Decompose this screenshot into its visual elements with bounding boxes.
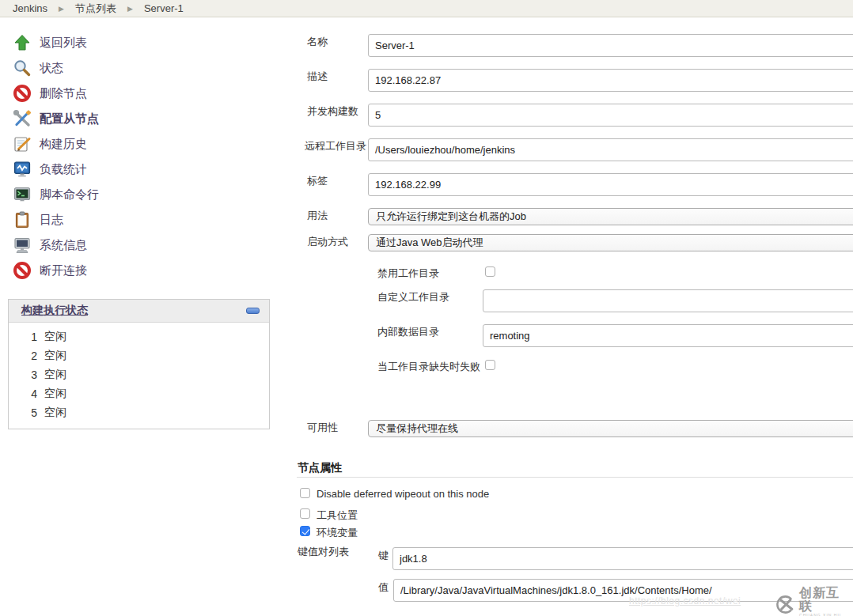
disable-deferred-wipeout-label: Disable deferred wipeout on this node: [317, 488, 489, 500]
breadcrumb-node-list[interactable]: 节点列表: [75, 2, 116, 16]
executor-number: 5: [28, 406, 37, 419]
internal-data-dir-input[interactable]: [483, 324, 853, 347]
sidebar-item-load-statistics[interactable]: 负载统计: [6, 157, 267, 182]
brand-name: 创新互联: [799, 586, 853, 613]
csdn-url-watermark: https://blog.csdn.net/wei: [629, 595, 741, 607]
clipboard-icon: [13, 210, 32, 229]
labels-input[interactable]: [368, 173, 853, 196]
disable-workdir-checkbox[interactable]: [485, 266, 495, 277]
executor-row: 1 空闲: [9, 327, 269, 346]
no-entry-icon: [13, 84, 32, 103]
brand-watermark: 创新互联 CHUANG XIN HU LIAN: [775, 586, 853, 616]
executor-row: 5 空闲: [9, 403, 269, 422]
executor-row: 4 空闲: [9, 384, 269, 403]
disable-deferred-wipeout-checkbox[interactable]: [300, 488, 310, 498]
search-icon: [13, 59, 32, 77]
sidebar-item-label: 删除节点: [40, 86, 87, 101]
remote-dir-label: 远程工作目录: [305, 139, 366, 153]
executor-number: 2: [28, 350, 37, 362]
sidebar-item-label: 断开连接: [40, 263, 87, 278]
environment-variables-checkbox[interactable]: [300, 526, 310, 536]
jenkins-node-config-page: Jenkins ▶ 节点列表 ▶ Server-1 返回列表 状态 删除节点: [0, 0, 853, 616]
sidebar-item-label: 日志: [40, 213, 63, 228]
circle-x-logo-icon: [775, 594, 796, 615]
executor-row: 3 空闲: [9, 365, 269, 384]
computer-icon: [13, 236, 32, 255]
launch-method-select[interactable]: 通过Java Web启动代理: [368, 234, 853, 251]
sidebar-item-build-history[interactable]: 构建历史: [6, 131, 267, 157]
usage-select[interactable]: 只允许运行绑定到这台机器的Job: [368, 208, 853, 225]
executor-status: 空闲: [44, 330, 66, 344]
notepad-icon: [13, 134, 32, 153]
sidebar-item-label: 脚本命令行: [40, 187, 99, 202]
executor-number: 4: [28, 387, 37, 400]
executor-status: 空闲: [44, 406, 66, 420]
executor-number: 1: [28, 331, 37, 343]
description-label: 描述: [307, 70, 328, 84]
custom-workdir-label: 自定义工作目录: [377, 290, 449, 304]
panel-header: 构建执行状态: [9, 300, 269, 323]
sidebar-item-label: 系统信息: [40, 238, 87, 253]
sidebar-item-delete-node[interactable]: 删除节点: [6, 81, 267, 106]
fail-when-missing-checkbox[interactable]: [485, 360, 495, 370]
sidebar-item-label: 状态: [40, 61, 63, 76]
launch-method-label: 启动方式: [307, 235, 348, 249]
tool-locations-checkbox[interactable]: [300, 508, 310, 519]
remote-dir-input[interactable]: [368, 138, 853, 161]
tools-icon: [13, 109, 32, 128]
executors-label: 并发构建数: [307, 104, 358, 119]
no-entry-icon: [13, 261, 32, 280]
breadcrumb-jenkins[interactable]: Jenkins: [13, 2, 47, 14]
env-value-label: 值: [378, 580, 389, 595]
breadcrumb: Jenkins ▶ 节点列表 ▶ Server-1: [0, 0, 853, 17]
labels-label: 标签: [307, 174, 328, 188]
sidebar-item-label: 构建历史: [40, 137, 87, 152]
up-arrow-icon: [13, 33, 32, 52]
custom-workdir-input[interactable]: [483, 289, 853, 312]
sidebar-item-script-console[interactable]: 脚本命令行: [6, 182, 267, 207]
brand-subtext: CHUANG XIN HU LIAN: [799, 613, 853, 616]
fail-when-missing-label: 当工作目录缺失时失败: [377, 360, 480, 374]
disable-workdir-label: 禁用工作目录: [377, 266, 439, 281]
availability-label: 可用性: [307, 421, 338, 435]
executor-row: 2 空闲: [9, 346, 269, 365]
sidebar-item-label: 配置从节点: [40, 111, 99, 127]
sidebar-item-label: 负载统计: [40, 162, 87, 177]
sidebar-item-status[interactable]: 状态: [6, 55, 267, 81]
sidebar-item-log[interactable]: 日志: [6, 207, 267, 232]
build-executor-status-panel: 构建执行状态 1 空闲 2 空闲 3 空闲 4 空闲 5 空闲: [8, 299, 270, 429]
env-key-input[interactable]: [392, 547, 853, 570]
executors-input[interactable]: [368, 104, 853, 127]
name-label: 名称: [307, 35, 328, 49]
executor-status: 空闲: [44, 349, 66, 363]
chevron-right-icon: ▶: [59, 5, 64, 13]
sidebar-item-system-info[interactable]: 系统信息: [6, 232, 267, 258]
tool-locations-label: 工具位置: [317, 508, 358, 523]
executor-list: 1 空闲 2 空闲 3 空闲 4 空闲 5 空闲: [9, 323, 269, 429]
chevron-right-icon: ▶: [127, 5, 133, 13]
sidebar-item-disconnect[interactable]: 断开连接: [6, 258, 267, 283]
executor-number: 3: [28, 368, 37, 381]
internal-data-dir-label: 内部数据目录: [377, 325, 439, 339]
name-input[interactable]: [368, 34, 853, 57]
terminal-icon: [13, 185, 32, 204]
executor-status: 空闲: [44, 387, 66, 401]
description-input[interactable]: [368, 69, 853, 92]
panel-title-link[interactable]: 构建执行状态: [21, 304, 88, 318]
availability-select[interactable]: 尽量保持代理在线: [368, 420, 853, 437]
sidebar: 返回列表 状态 删除节点 配置从节点: [6, 30, 267, 283]
usage-label: 用法: [307, 209, 328, 223]
env-key-label: 键: [378, 549, 389, 563]
sidebar-item-configure-node[interactable]: 配置从节点: [6, 106, 267, 131]
environment-variables-label: 环境变量: [317, 526, 358, 540]
breadcrumb-server-1[interactable]: Server-1: [144, 2, 184, 14]
section-divider: [297, 477, 853, 478]
node-properties-title: 节点属性: [298, 461, 342, 475]
executor-status: 空闲: [44, 368, 66, 382]
monitor-chart-icon: [13, 160, 32, 179]
collapse-minus-button[interactable]: [246, 308, 260, 314]
sidebar-item-back-to-list[interactable]: 返回列表: [6, 30, 267, 55]
sidebar-item-label: 返回列表: [40, 36, 87, 51]
kv-list-label: 键值对列表: [298, 545, 349, 559]
